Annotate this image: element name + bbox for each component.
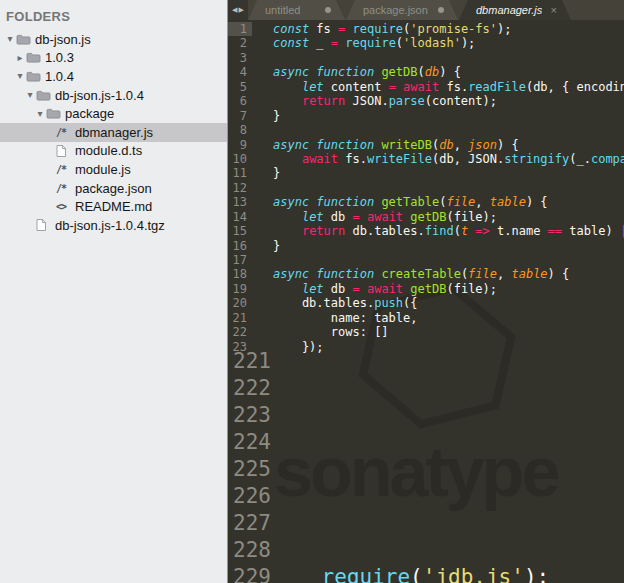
line-number: 20 <box>228 296 252 310</box>
line-number: 1 <box>228 22 252 36</box>
tree-item-1-0-4[interactable]: ▾1.0.4 <box>0 67 227 86</box>
code-text: } <box>252 109 280 123</box>
modified-dot-icon <box>325 7 331 13</box>
tab-package-json[interactable]: package.json <box>346 0 458 20</box>
markup-file-icon: <> <box>56 201 74 212</box>
line-number: 9 <box>228 138 252 152</box>
line-number: 19 <box>228 282 252 296</box>
code-line-229: 229 require('jdb.js'); <box>228 564 624 583</box>
tree-item-label: README.md <box>74 199 152 214</box>
code-line-3: 3 <box>228 51 624 65</box>
tree-item-dbmanager-js[interactable]: /*dbmanager.js <box>0 123 227 142</box>
tree-item-label: 1.0.4 <box>44 69 74 84</box>
line-number: 224 <box>228 429 271 456</box>
source-file-icon: /* <box>56 127 74 138</box>
tab-dbmanager-js[interactable]: dbmanager.js× <box>459 0 571 20</box>
code-line-20: 20 db.tables.push({ <box>228 296 624 310</box>
disclosure-triangle-icon[interactable]: ▸ <box>14 49 26 67</box>
editor-pane: ◀ ▶ untitledpackage.jsondbmanager.js× so… <box>228 0 624 583</box>
code-text: const _ = require('lodash'); <box>252 36 475 50</box>
code-line-226: 226 <box>228 483 624 510</box>
source-file-icon: /* <box>56 183 74 194</box>
tree-item-label: db-json.js-1.0.4 <box>54 88 144 103</box>
tree-item-module-d-ts[interactable]: module.d.ts <box>0 142 227 161</box>
folder-icon <box>26 52 44 63</box>
line-number: 4 <box>228 65 252 79</box>
code-text: async function getTable(file, table) { <box>252 195 548 209</box>
code-text: const fs = require('promise-fs'); <box>252 22 511 36</box>
code-line-5: 5 let content = await fs.readFile(db, { … <box>228 80 624 94</box>
code-lines: 1const fs = require('promise-fs');2const… <box>228 20 624 354</box>
code-line-11: 11} <box>228 166 624 180</box>
code-line-222: 222 <box>228 375 624 402</box>
scroll-left-icon[interactable]: ◀ <box>232 6 237 14</box>
line-number: 227 <box>228 510 271 537</box>
line-number: 15 <box>228 224 252 238</box>
zoomed-code-lines: 221222223224225226227228229 require('jdb… <box>228 348 624 583</box>
line-number: 16 <box>228 239 252 253</box>
tree-item-package[interactable]: ▾package <box>0 104 227 123</box>
code-line-7: 7} <box>228 109 624 123</box>
tree-item-label: db-json.js <box>34 32 91 47</box>
line-number: 18 <box>228 267 252 281</box>
code-line-223: 223 <box>228 402 624 429</box>
line-number: 17 <box>228 253 252 267</box>
code-area[interactable]: sonatype 1const fs = require('promise-fs… <box>228 20 624 583</box>
code-text: async function writeDB(db, json) { <box>252 138 519 152</box>
code-line-14: 14 let db = await getDB(file); <box>228 210 624 224</box>
folder-icon <box>26 71 44 82</box>
code-line-9: 9async function writeDB(db, json) { <box>228 138 624 152</box>
tab-label: package.json <box>363 4 428 16</box>
code-line-10: 10 await fs.writeFile(db, JSON.stringify… <box>228 152 624 166</box>
tree-item-label: db-json.js-1.0.4.tgz <box>54 218 165 233</box>
folder-icon <box>16 34 34 45</box>
tree-item-db-json-js[interactable]: ▾db-json.js <box>0 30 227 49</box>
tab-untitled[interactable]: untitled <box>248 0 345 20</box>
disclosure-triangle-icon[interactable]: ▾ <box>34 105 46 123</box>
code-text: } <box>252 239 280 253</box>
line-number: 6 <box>228 94 252 108</box>
code-line-22: 22 rows: [] <box>228 325 624 339</box>
tree-item-module-js[interactable]: /*module.js <box>0 160 227 179</box>
tab-bar: ◀ ▶ untitledpackage.jsondbmanager.js× <box>228 0 624 20</box>
line-number: 21 <box>228 311 252 325</box>
line-number: 228 <box>228 537 271 564</box>
tree-item-label: dbmanager.js <box>74 125 153 140</box>
tab-scroll-arrows[interactable]: ◀ ▶ <box>228 0 248 20</box>
tree-item-label: module.js <box>74 162 131 177</box>
tab-strip: untitledpackage.jsondbmanager.js× <box>248 0 572 20</box>
code-line-221: 221 <box>228 348 624 375</box>
disclosure-triangle-icon[interactable]: ▾ <box>24 86 36 104</box>
line-number: 11 <box>228 166 252 180</box>
code-text: rows: [] <box>252 325 389 339</box>
line-number: 12 <box>228 181 252 195</box>
tree-item-readme-md[interactable]: <>README.md <box>0 197 227 216</box>
code-text: async function getDB(db) { <box>252 65 461 79</box>
disclosure-triangle-icon[interactable]: ▾ <box>14 67 26 85</box>
scroll-right-icon[interactable]: ▶ <box>239 6 244 14</box>
tree-item-package-json[interactable]: /*package.json <box>0 179 227 198</box>
disclosure-triangle-icon[interactable]: ▾ <box>4 30 16 48</box>
code-text <box>252 51 273 65</box>
line-number: 13 <box>228 195 252 209</box>
tree-item-db-json-js-1-0-4[interactable]: ▾db-json.js-1.0.4 <box>0 86 227 105</box>
app-window: FOLDERS ▾db-json.js▸1.0.3▾1.0.4▾db-json.… <box>0 0 624 583</box>
code-line-4: 4async function getDB(db) { <box>228 65 624 79</box>
code-line-17: 17 <box>228 253 624 267</box>
tree-item-db-json-js-1-0-4-tgz[interactable]: db-json.js-1.0.4.tgz <box>0 216 227 235</box>
tree-item-label: 1.0.3 <box>44 50 74 65</box>
tab-label: untitled <box>265 4 300 16</box>
code-text: let db = await getDB(file); <box>252 210 497 224</box>
code-text: let db = await getDB(file); <box>252 282 497 296</box>
line-number: 223 <box>228 402 271 429</box>
line-number: 2 <box>228 36 252 50</box>
tree-item-label: package <box>64 106 114 121</box>
close-icon[interactable]: × <box>551 5 557 16</box>
code-text: db.tables.push({ <box>252 296 418 310</box>
line-number: 22 <box>228 325 252 339</box>
line-number: 229 <box>228 564 271 583</box>
code-line-1: 1const fs = require('promise-fs'); <box>228 22 624 36</box>
code-text: await fs.writeFile(db, JSON.stringify(_.… <box>252 152 624 166</box>
tree-item-1-0-3[interactable]: ▸1.0.3 <box>0 49 227 68</box>
folder-icon <box>36 90 54 101</box>
